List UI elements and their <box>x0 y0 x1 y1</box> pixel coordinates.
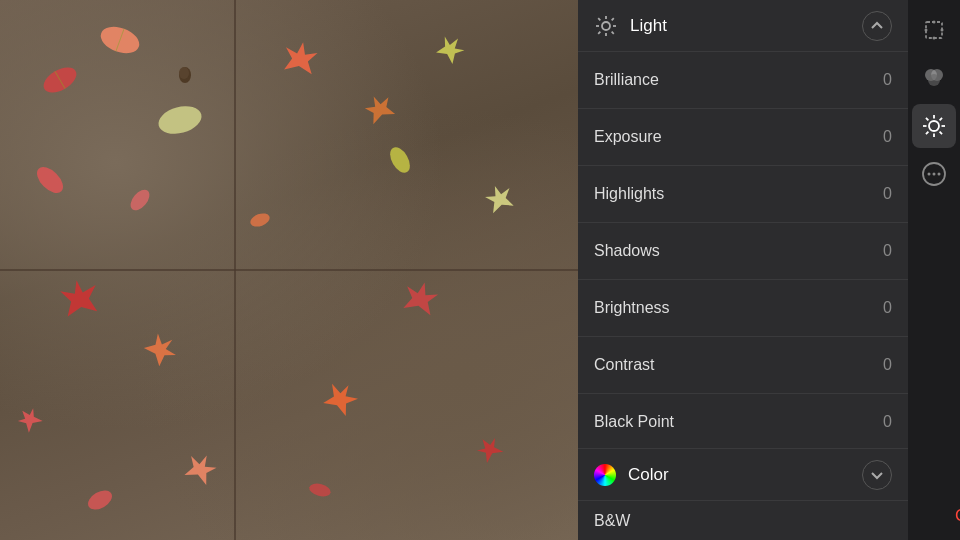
cancel-button[interactable]: Cancel <box>955 506 960 526</box>
svg-marker-11 <box>434 32 467 65</box>
svg-line-33 <box>612 31 614 33</box>
toolbar: Done <box>908 0 960 540</box>
svg-point-37 <box>933 21 936 24</box>
svg-point-55 <box>933 173 936 176</box>
svg-marker-16 <box>483 181 516 213</box>
exposure-label: Exposure <box>594 128 872 146</box>
svg-marker-15 <box>401 278 440 315</box>
photo-area <box>0 0 578 540</box>
color-expand-button[interactable] <box>862 460 892 490</box>
black-point-value: 0 <box>872 413 892 431</box>
svg-line-52 <box>940 118 942 120</box>
brilliance-row[interactable]: Brilliance 0 <box>578 52 908 109</box>
more-options-button[interactable] <box>912 152 956 196</box>
exposure-value: 0 <box>872 128 892 146</box>
exposure-row[interactable]: Exposure 0 <box>578 109 908 166</box>
color-section-title: Color <box>628 465 862 485</box>
color-section-header[interactable]: Color <box>578 448 908 500</box>
svg-line-34 <box>598 31 600 33</box>
contrast-value: 0 <box>872 356 892 374</box>
svg-line-32 <box>598 18 600 20</box>
svg-point-24 <box>85 487 116 514</box>
black-point-label: Black Point <box>594 413 872 431</box>
svg-point-27 <box>602 22 610 30</box>
light-collapse-button[interactable] <box>862 11 892 41</box>
svg-marker-14 <box>15 404 44 433</box>
shadows-label: Shadows <box>594 242 872 260</box>
svg-marker-18 <box>474 433 505 464</box>
light-tool-button[interactable] <box>912 104 956 148</box>
edit-controls: Light Brilliance 0 Exposure 0 Highlights <box>578 0 908 540</box>
contrast-label: Contrast <box>594 356 872 374</box>
svg-marker-13 <box>143 329 182 368</box>
brightness-row[interactable]: Brightness 0 <box>578 280 908 337</box>
brightness-value: 0 <box>872 299 892 317</box>
svg-point-56 <box>938 173 941 176</box>
light-section-title: Light <box>630 16 862 36</box>
svg-point-21 <box>386 144 414 176</box>
svg-point-40 <box>941 29 944 32</box>
contrast-row[interactable]: Contrast 0 <box>578 337 908 394</box>
adjustment-list: Brilliance 0 Exposure 0 Highlights 0 Sha… <box>578 52 908 448</box>
svg-point-22 <box>249 211 272 229</box>
svg-marker-10 <box>362 91 396 125</box>
svg-point-20 <box>127 186 153 213</box>
svg-line-35 <box>612 18 614 20</box>
brilliance-label: Brilliance <box>594 71 872 89</box>
light-section-header[interactable]: Light <box>578 0 908 52</box>
svg-point-38 <box>933 37 936 40</box>
svg-point-39 <box>925 29 928 32</box>
shadows-row[interactable]: Shadows 0 <box>578 223 908 280</box>
color-wheels-button[interactable] <box>912 56 956 100</box>
svg-point-7 <box>155 102 204 139</box>
svg-rect-36 <box>926 22 942 38</box>
svg-point-54 <box>928 173 931 176</box>
color-wheel-icon <box>594 464 616 486</box>
svg-marker-12 <box>59 277 100 317</box>
svg-point-8 <box>32 162 67 197</box>
svg-marker-19 <box>183 450 220 486</box>
bw-row[interactable]: B&W <box>578 500 908 540</box>
crop-tool-button[interactable] <box>912 8 956 52</box>
svg-point-43 <box>928 74 940 86</box>
highlights-label: Highlights <box>594 185 872 203</box>
svg-line-51 <box>926 132 928 134</box>
brightness-label: Brightness <box>594 299 872 317</box>
grid-overlay <box>0 0 578 540</box>
svg-point-23 <box>308 481 332 498</box>
svg-point-44 <box>929 121 939 131</box>
highlights-row[interactable]: Highlights 0 <box>578 166 908 223</box>
black-point-row[interactable]: Black Point 0 <box>578 394 908 448</box>
svg-marker-17 <box>322 378 362 417</box>
svg-point-26 <box>179 67 189 79</box>
shadows-value: 0 <box>872 242 892 260</box>
sun-icon <box>594 14 618 38</box>
bw-label: B&W <box>594 512 630 530</box>
svg-line-49 <box>926 118 928 120</box>
brilliance-value: 0 <box>872 71 892 89</box>
right-panel: Light Brilliance 0 Exposure 0 Highlights <box>578 0 960 540</box>
svg-marker-9 <box>282 39 319 74</box>
highlights-value: 0 <box>872 185 892 203</box>
svg-line-50 <box>940 132 942 134</box>
